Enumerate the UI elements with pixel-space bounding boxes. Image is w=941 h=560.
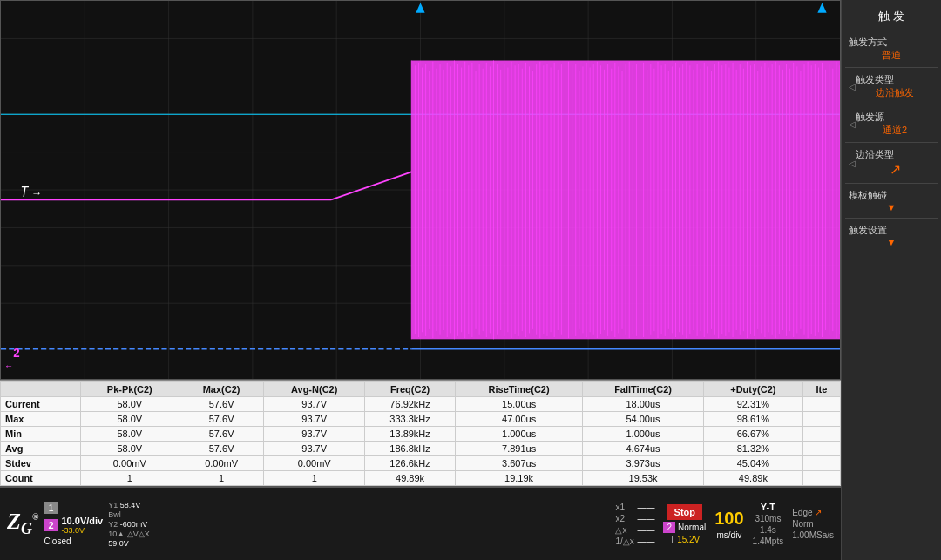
svg-text:←: ←: [4, 360, 13, 371]
time-div-label: ms/div: [716, 530, 741, 540]
ch2-label: 2: [44, 519, 58, 531]
normal-label: Normal: [678, 523, 706, 532]
col-header-avg: Avg-N(C2): [264, 382, 365, 397]
trigger-mode-label: 触发方式: [849, 36, 934, 49]
svg-text:→: →: [31, 186, 42, 199]
status-bar: ZG® 1 --- 2 10.0V/div -33.0V: [0, 486, 841, 560]
trigger-source-arrow: ◁: [849, 119, 856, 129]
svg-text:2: 2: [13, 345, 20, 360]
trigger-type-label: 触发类型: [856, 73, 934, 86]
edge-type-value: ↗: [856, 161, 934, 178]
trigger-settings-label: 触发设置: [849, 224, 934, 237]
col-header-max: Max(C2): [179, 382, 264, 397]
dx-row: △x——: [615, 525, 654, 535]
ch2-icon-small: 2: [663, 522, 675, 533]
edge-type-item[interactable]: ◁ 边沿类型 ↗: [845, 143, 938, 184]
right-panel: 触 发 触发方式 普通 ◁ 触发类型 边沿触发 ◁ 触发源 通道2: [841, 0, 941, 560]
sample-rate: 1.00MSa/s: [792, 530, 834, 540]
edge-type-arrow: ◁: [849, 159, 856, 168]
template-label: 模板触碰: [849, 189, 934, 202]
trigger-type-value: 边沿触发: [856, 86, 934, 99]
trigger-source-item[interactable]: ◁ 触发源 通道2: [845, 105, 938, 143]
table-row: Max58.0V57.6V93.7V333.3kHz47.00us54.00us…: [1, 412, 841, 427]
yt-label: Y-T: [761, 502, 775, 512]
col-header-fall: FallTime(C2): [583, 382, 704, 397]
closed-label: Closed: [44, 536, 103, 546]
trigger-mode-value: 普通: [849, 49, 934, 62]
norm-label: Norm: [792, 519, 834, 529]
status-left: ZG® 1 --- 2 10.0V/div -33.0V: [0, 488, 157, 560]
table-row: Stdev0.00mV0.00mV0.00mV126.6kHz3.607us3.…: [1, 456, 841, 471]
trigger-mode-item[interactable]: 触发方式 普通: [845, 30, 938, 68]
x1-row: x1——: [615, 503, 654, 512]
delta-row: 10▲ △V△X: [108, 530, 149, 538]
trigger-settings-value: ▼: [849, 237, 934, 247]
ch2-timebase: 10.0V/div: [62, 516, 104, 526]
status-middle: [157, 488, 609, 560]
time-div-value: 100: [714, 509, 743, 529]
zg-logo: ZG®: [7, 509, 38, 538]
ch1-label: 1: [44, 502, 58, 514]
trigger-source-label: 触发源: [856, 111, 934, 124]
table-row: Current58.0V57.6V93.7V76.92kHz15.00us18.…: [1, 397, 841, 412]
col-header-ite: Ite: [802, 382, 840, 397]
x2-row: x2——: [615, 514, 654, 523]
oscilloscope-screen: T → 2 ←: [0, 0, 841, 380]
col-header-duty: +Duty(C2): [703, 382, 802, 397]
trigger-info: T 15.2V: [669, 535, 700, 544]
trigger-type-arrow: ◁: [849, 82, 856, 91]
panel-title: 触 发: [845, 3, 938, 30]
sample-time: 310ms: [755, 514, 781, 523]
y1-row: Y1 58.4V: [108, 501, 149, 509]
ch2-offset: -33.0V: [62, 526, 104, 535]
table-row: Min58.0V57.6V93.7V13.89kHz1.000us1.000us…: [1, 427, 841, 442]
y2-row: Y2 -600mV: [108, 520, 149, 529]
bwl-row: Bwl: [108, 510, 149, 519]
table-row: Count11149.89k19.19k19.53k49.89k: [1, 471, 841, 486]
col-header-name: [1, 382, 81, 397]
table-row: Avg58.0V57.6V93.7V186.8kHz7.891us4.674us…: [1, 442, 841, 456]
inv-dx-row: 1/△x——: [615, 536, 654, 546]
edge-type-label: 边沿类型: [856, 148, 934, 161]
ch1-dots: ---: [62, 503, 71, 513]
col-header-freq: Freq(C2): [365, 382, 456, 397]
sample-mpts: 1.4Mpts: [753, 536, 784, 546]
measurements-table: Pk-Pk(C2) Max(C2) Avg-N(C2) Freq(C2) Ris…: [0, 381, 841, 486]
trigger-type-item[interactable]: ◁ 触发类型 边沿触发: [845, 68, 938, 105]
col-header-rise: RiseTime(C2): [455, 382, 582, 397]
col-header-pk: Pk-Pk(C2): [80, 382, 179, 397]
template-value: ▼: [849, 202, 934, 213]
val2-row: 59.0V: [108, 539, 149, 548]
stop-button[interactable]: Stop: [667, 504, 702, 520]
edge-label: Edge ↗: [792, 508, 834, 517]
status-right: x1—— x2—— △x—— 1/△x—— Stop 2 Normal T 15…: [608, 488, 841, 560]
sample-points: 1.4s: [760, 525, 776, 535]
template-item[interactable]: 模板触碰 ▼: [845, 184, 938, 219]
trigger-settings-item[interactable]: 触发设置 ▼: [845, 219, 938, 253]
trigger-source-value: 通道2: [856, 124, 934, 137]
data-table-container: Pk-Pk(C2) Max(C2) Avg-N(C2) Freq(C2) Ris…: [0, 380, 841, 486]
